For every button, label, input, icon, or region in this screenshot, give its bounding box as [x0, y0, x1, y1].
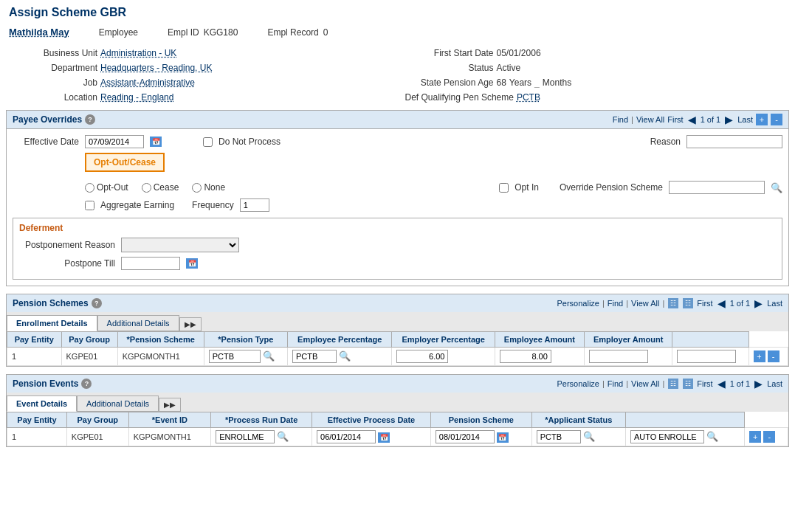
process-run-date-calendar-icon[interactable]: 📅: [378, 432, 390, 443]
row1-add-btn[interactable]: +: [754, 350, 765, 362]
payee-overrides-delete-btn[interactable]: -: [771, 114, 782, 125]
employee-amt-input[interactable]: [589, 350, 648, 363]
row1-employer-amt: [672, 348, 748, 366]
employee-name: Mathilda May: [9, 27, 69, 38]
pension-schemes-personalize-link[interactable]: Personalize: [557, 299, 599, 308]
tab-event-details[interactable]: Event Details: [7, 395, 77, 412]
opt-out-radio-label[interactable]: Opt-Out: [85, 182, 128, 193]
row1-employer-pct: [495, 348, 584, 366]
cease-radio[interactable]: [142, 183, 151, 193]
pension-scheme-input[interactable]: [209, 350, 261, 363]
pension-events-grid-icon1[interactable]: ☷: [668, 379, 678, 389]
frequency-label: Frequency: [192, 200, 234, 210]
applicant-status-search-icon[interactable]: 🔍: [706, 431, 718, 442]
employee-pct-input[interactable]: [396, 350, 448, 363]
tab-icon-btn[interactable]: ▶▶: [179, 317, 202, 331]
effective-date-input[interactable]: [85, 135, 144, 148]
process-run-date-input[interactable]: [317, 430, 376, 443]
ev-row1-pension-scheme: 🔍: [531, 428, 625, 446]
employee-role-field: Employee: [99, 27, 138, 38]
pension-schemes-next-btn[interactable]: ▶: [753, 297, 764, 309]
aggregate-earning-checkbox[interactable]: [85, 201, 94, 210]
none-radio-label[interactable]: None: [192, 182, 225, 193]
override-pension-scheme-label: Override Pension Scheme: [560, 182, 663, 193]
effective-process-date-calendar-icon[interactable]: 📅: [497, 432, 509, 443]
pension-scheme-search-icon[interactable]: 🔍: [263, 350, 275, 362]
pension-schemes-grid-icon1[interactable]: ☷: [668, 298, 678, 308]
ev-col-pension-scheme-header: Pension Scheme: [430, 412, 531, 428]
opt-in-checkbox[interactable]: [499, 183, 509, 193]
effective-date-label: Effective Date: [13, 137, 79, 147]
empl-id-field: Empl ID KGG180: [168, 27, 238, 38]
do-not-process-checkbox[interactable]: [203, 137, 213, 147]
cease-radio-label[interactable]: Cease: [142, 182, 179, 193]
payee-overrides-add-btn[interactable]: +: [756, 114, 768, 125]
applicant-status-input[interactable]: [630, 430, 704, 443]
ev-row1-delete-btn[interactable]: -: [763, 431, 775, 443]
override-pension-scheme-input[interactable]: [669, 181, 765, 194]
override-pension-scheme-search-icon[interactable]: 🔍: [771, 182, 782, 193]
opt-in-label: Opt In: [514, 182, 539, 193]
state-pension-years: 68: [497, 77, 506, 88]
status-label: Status: [405, 63, 494, 73]
pension-schemes-view-all-link[interactable]: View All: [631, 299, 659, 308]
opt-out-radio[interactable]: [85, 183, 94, 193]
frequency-input[interactable]: [240, 198, 269, 212]
pension-schemes-last-label: Last: [767, 299, 782, 308]
pension-events-next-btn[interactable]: ▶: [753, 378, 764, 390]
pension-type-search-icon[interactable]: 🔍: [339, 350, 351, 362]
postpone-till-calendar-icon[interactable]: 📅: [186, 258, 198, 269]
effective-date-calendar-icon[interactable]: 📅: [150, 137, 162, 147]
tab-enrollment-details[interactable]: Enrollment Details: [7, 315, 97, 331]
payee-overrides-prev-btn[interactable]: ◀: [686, 114, 698, 125]
department-row: Department Headquarters - Reading, UK: [9, 61, 390, 75]
pension-schemes-help-icon[interactable]: ?: [92, 298, 102, 308]
pension-events-grid-icon2[interactable]: ☷: [683, 379, 693, 389]
pension-type-input[interactable]: [292, 350, 337, 363]
pension-schemes-grid-icon2[interactable]: ☷: [683, 298, 693, 308]
postpone-till-input[interactable]: [121, 257, 180, 270]
pension-schemes-find-link[interactable]: Find: [608, 299, 623, 308]
event-id-input[interactable]: [216, 430, 275, 443]
def-qualifying-label: Def Qualifying Pen Scheme: [405, 92, 514, 103]
ev-row1-add-btn[interactable]: +: [749, 431, 761, 443]
first-start-date-value: 05/01/2006: [497, 48, 541, 58]
pension-schemes-prev-btn[interactable]: ◀: [716, 297, 727, 309]
effective-process-date-input[interactable]: [436, 430, 495, 443]
pension-events-nav: Personalize | Find | View All | ☷ ☷ Firs…: [557, 378, 782, 390]
row1-row-num: 1: [7, 348, 62, 366]
ev-pension-scheme-search-icon[interactable]: 🔍: [583, 431, 595, 442]
payee-overrides-next-btn[interactable]: ▶: [723, 114, 734, 125]
payee-overrides-help-icon[interactable]: ?: [85, 114, 95, 125]
col-employer-pct-header: Employer Percentage: [392, 332, 495, 348]
pension-events-pagination: 1 of 1: [730, 379, 751, 388]
pension-events-help-icon[interactable]: ?: [81, 379, 92, 389]
pension-events-view-all-link[interactable]: View All: [631, 379, 659, 388]
ev-pension-scheme-input[interactable]: [537, 430, 581, 443]
row1-delete-btn[interactable]: -: [768, 350, 779, 362]
pension-events-prev-btn[interactable]: ◀: [716, 378, 727, 390]
payee-overrides-view-all-link[interactable]: View All: [636, 115, 664, 124]
pension-events-tabs-bar: Event Details Additional Details ▶▶: [6, 393, 789, 412]
pension-events-header: Pension Events ? Personalize | Find | Vi…: [6, 374, 789, 393]
employer-pct-input[interactable]: [500, 350, 551, 363]
postponement-reason-select[interactable]: [121, 238, 239, 252]
pension-events-section: Pension Events ? Personalize | Find | Vi…: [6, 374, 789, 447]
tab-event-additional-details[interactable]: Additional Details: [77, 395, 159, 412]
col-employer-amt-header: Employer Amount: [585, 332, 672, 348]
none-radio[interactable]: [192, 183, 202, 193]
event-tab-icon-btn[interactable]: ▶▶: [159, 398, 181, 412]
reason-label: Reason: [650, 137, 681, 147]
reason-input[interactable]: [686, 135, 782, 148]
pension-events-find-link[interactable]: Find: [608, 379, 623, 388]
payee-overrides-section: Payee Overrides ? Find | View All First …: [6, 110, 789, 286]
payee-overrides-find-link[interactable]: Find: [613, 115, 628, 124]
pension-events-last-label: Last: [767, 379, 782, 388]
business-unit-row: Business Unit Administration - UK: [9, 46, 390, 60]
ev-col-pay-group-header: Pay Group: [66, 412, 128, 428]
event-id-search-icon[interactable]: 🔍: [277, 431, 289, 442]
pension-events-personalize-link[interactable]: Personalize: [557, 379, 599, 388]
pension-schemes-table: Pay Entity Pay Group *Pension Scheme *Pe…: [7, 331, 788, 366]
tab-additional-details[interactable]: Additional Details: [97, 315, 179, 331]
employer-amt-input[interactable]: [677, 350, 736, 363]
